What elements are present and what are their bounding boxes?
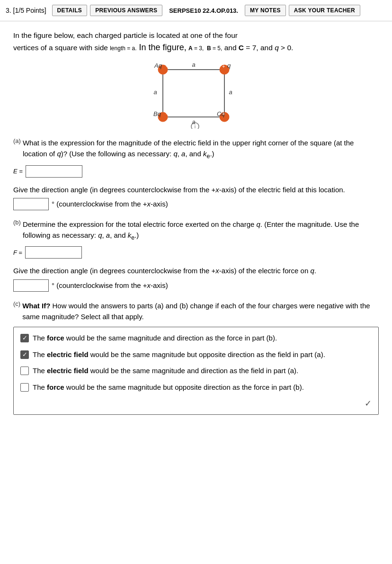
part-b-header: (b) Determine the expression for the tot…: [13, 219, 379, 243]
my-notes-button[interactable]: MY NOTES: [245, 5, 286, 16]
part-b-angle-input[interactable]: [13, 279, 49, 292]
part-a-input-row: E =: [13, 165, 379, 178]
part-c-label: (c): [13, 300, 20, 307]
part-a-direction-prompt: Give the direction angle (in degrees cou…: [13, 184, 379, 195]
e-input[interactable]: [26, 165, 82, 178]
checkbox-2-text: The electric field would be the same mag…: [33, 349, 325, 360]
part-b-input-row: F =: [13, 246, 379, 259]
checkbox-item-2: The electric field would be the same mag…: [20, 349, 372, 360]
problem-intro: In the figure below, each charged partic…: [13, 30, 379, 54]
page: 3. [1/5 Points] DETAILS PREVIOUS ANSWERS…: [0, 0, 392, 564]
part-a-text: What is the expression for the magnitude…: [23, 137, 379, 161]
f-label: F =: [13, 249, 22, 256]
svg-text:Aq: Aq: [154, 62, 162, 69]
svg-text:a: a: [153, 89, 157, 96]
diagram-container: a a a a Aq + q + Bq +: [13, 60, 379, 129]
checkbox-1[interactable]: [20, 334, 29, 342]
svg-text:q: q: [227, 62, 231, 69]
f-input[interactable]: [25, 246, 82, 259]
svg-text:a: a: [192, 61, 195, 68]
checkbox-item-4: The force would be the same magnitude bu…: [20, 382, 372, 393]
checkbox-3[interactable]: [20, 367, 29, 375]
checkbox-3-text: The electric field would be the same mag…: [33, 366, 298, 376]
part-a-header: (a) What is the expression for the magni…: [13, 137, 379, 161]
part-a-angle-unit: ° (counterclockwise from the +x-axis): [52, 200, 168, 208]
svg-text:i: i: [195, 124, 196, 129]
part-a-angle-row: ° (counterclockwise from the +x-axis): [13, 198, 379, 210]
svg-text:Bq: Bq: [153, 110, 161, 117]
part-b-angle-row: ° (counterclockwise from the +x-axis): [13, 279, 379, 292]
checkbox-2[interactable]: [20, 350, 29, 359]
checkbox-1-text: The force would be the same magnitude an…: [33, 333, 277, 344]
svg-text:+: +: [222, 111, 225, 116]
checkbox-item-3: The electric field would be the same mag…: [20, 366, 372, 376]
submit-checkmark[interactable]: ✓: [20, 398, 372, 409]
question-label: 3. [1/5 Points]: [6, 7, 46, 14]
svg-text:+: +: [222, 63, 225, 69]
checkbox-item-1: The force would be the same magnitude an…: [20, 333, 372, 344]
main-content: In the figure below, each charged partic…: [0, 21, 392, 437]
part-a-label: (a): [13, 137, 21, 144]
svg-text:a: a: [229, 89, 232, 96]
part-c: (c) What If? How would the answers to pa…: [13, 300, 379, 415]
part-b-angle-unit: ° (counterclockwise from the +x-axis): [52, 281, 168, 289]
part-c-text: What If? How would the answers to parts …: [22, 300, 379, 322]
svg-text:+: +: [166, 63, 169, 69]
part-b-direction-prompt: Give the direction angle (in degrees cou…: [13, 265, 379, 276]
details-button[interactable]: DETAILS: [52, 5, 88, 16]
part-b-text: Determine the expression for the total e…: [23, 219, 379, 243]
svg-rect-0: [163, 70, 224, 117]
e-label: E =: [13, 168, 23, 175]
checkbox-4[interactable]: [20, 383, 29, 392]
part-a: (a) What is the expression for the magni…: [13, 137, 379, 210]
part-b: (b) Determine the expression for the tot…: [13, 219, 379, 292]
checkbox-box: The force would be the same magnitude an…: [13, 327, 379, 415]
previous-answers-button[interactable]: PREVIOUS ANSWERS: [90, 5, 162, 16]
square-diagram: a a a a Aq + q + Bq +: [144, 60, 248, 129]
problem-id: SERPSE10 22.4.OP.013.: [169, 7, 238, 14]
part-b-label: (b): [13, 219, 21, 226]
ask-teacher-button[interactable]: ASK YOUR TEACHER: [289, 5, 360, 16]
svg-text:+: +: [166, 111, 169, 116]
part-a-angle-input[interactable]: [13, 198, 49, 210]
checkbox-4-text: The force would be the same magnitude bu…: [33, 382, 304, 393]
toolbar: 3. [1/5 Points] DETAILS PREVIOUS ANSWERS…: [0, 0, 392, 21]
part-c-header: (c) What If? How would the answers to pa…: [13, 300, 379, 322]
